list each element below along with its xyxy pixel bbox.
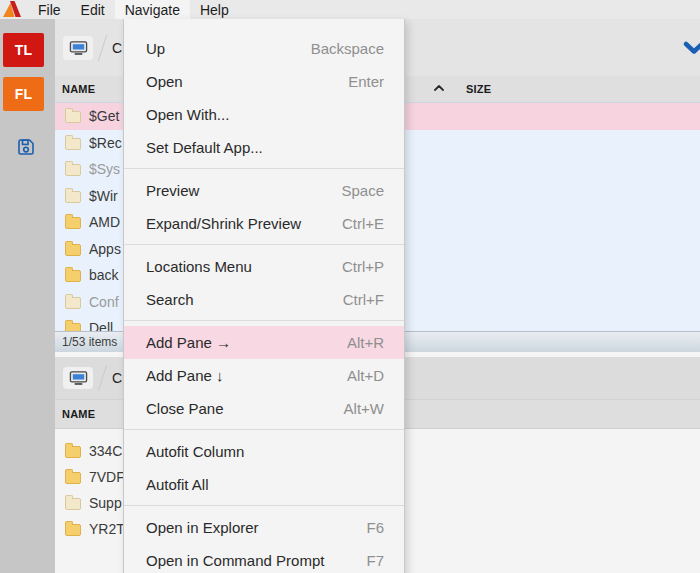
menu-item-shortcut: Ctrl+P — [342, 258, 384, 275]
menu-item-search[interactable]: Search Ctrl+F — [124, 283, 404, 316]
menu-item-label: Open in Explorer — [146, 519, 259, 536]
file-name: YR2T — [89, 521, 125, 537]
menu-item-label: Open With... — [146, 106, 229, 123]
menu-item-shortcut: Enter — [348, 73, 384, 90]
menu-item-close-pane[interactable]: Close Pane Alt+W — [124, 392, 404, 425]
sidebar-tab-fl[interactable]: FL — [3, 77, 44, 111]
menu-separator — [124, 429, 404, 430]
menu-item-shortcut: Alt+W — [344, 400, 384, 417]
file-name: Supp — [89, 495, 122, 511]
navigate-menu-dropdown: Up Backspace Open Enter Open With... Set… — [123, 19, 405, 573]
menu-item-shortcut: Ctrl+F — [343, 291, 384, 308]
menu-item-shortcut: Alt+D — [347, 367, 384, 384]
folder-icon — [65, 472, 81, 484]
breadcrumb-divider — [98, 365, 107, 391]
folder-icon — [65, 244, 81, 256]
breadcrumb-divider — [98, 35, 107, 61]
menu-separator — [124, 168, 404, 169]
menu-item-label: Up — [146, 40, 165, 57]
menu-item-open-in-explorer[interactable]: Open in Explorer F6 — [124, 511, 404, 544]
menu-item-up[interactable]: Up Backspace — [124, 32, 404, 65]
menu-item-label: Open in Command Prompt — [146, 552, 324, 569]
menu-item-preview[interactable]: Preview Space — [124, 174, 404, 207]
menu-item-add-pane-down[interactable]: Add Pane ↓ Alt+D — [124, 359, 404, 392]
menu-item-label: Search — [146, 291, 194, 308]
file-name: back — [89, 267, 119, 283]
folder-icon — [65, 111, 81, 123]
sidebar-tab-tl[interactable]: TL — [3, 33, 44, 67]
menubar-item-navigate[interactable]: Navigate — [115, 0, 190, 19]
menu-item-open[interactable]: Open Enter — [124, 65, 404, 98]
folder-icon — [65, 164, 81, 176]
computer-icon[interactable] — [63, 367, 93, 389]
sort-ascending-icon[interactable] — [433, 84, 445, 92]
file-name: $Get — [89, 108, 119, 124]
chevron-down-icon[interactable] — [682, 40, 700, 55]
menu-item-label: Preview — [146, 182, 199, 199]
file-name: 334C — [89, 443, 122, 459]
save-icon[interactable] — [16, 137, 36, 157]
menu-item-label: Autofit All — [146, 476, 209, 493]
computer-icon[interactable] — [63, 36, 93, 60]
column-header-name[interactable]: NAME — [55, 83, 95, 95]
menu-separator — [124, 244, 404, 245]
menubar-item-help[interactable]: Help — [190, 0, 239, 19]
menu-item-shortcut: Backspace — [311, 40, 384, 57]
column-header-name[interactable]: NAME — [55, 408, 95, 420]
sidebar: TL FL — [0, 19, 55, 573]
file-name: Apps — [89, 241, 121, 257]
menu-item-shortcut: Space — [341, 182, 384, 199]
menu-item-autofit-all[interactable]: Autofit All — [124, 468, 404, 501]
file-name: Conf — [89, 294, 119, 310]
menu-separator — [124, 505, 404, 506]
menu-item-open-with[interactable]: Open With... — [124, 98, 404, 131]
menu-item-shortcut: F6 — [366, 519, 384, 536]
folder-icon — [65, 270, 81, 282]
menu-item-add-pane-right[interactable]: Add Pane → Alt+R — [124, 326, 404, 359]
file-name: 7VDF — [89, 469, 125, 485]
menu-bar: File Edit Navigate Help — [0, 0, 700, 19]
menu-item-autofit-column[interactable]: Autofit Column — [124, 435, 404, 468]
menu-item-shortcut: F7 — [366, 552, 384, 569]
menu-item-label: Open — [146, 73, 183, 90]
menu-item-label: Autofit Column — [146, 443, 244, 460]
folder-icon — [65, 191, 81, 203]
folder-icon — [65, 498, 81, 510]
menu-item-locations-menu[interactable]: Locations Menu Ctrl+P — [124, 250, 404, 283]
menu-item-label: Locations Menu — [146, 258, 252, 275]
file-name: AMD — [89, 214, 120, 230]
folder-icon — [65, 297, 81, 309]
menu-item-set-default-app[interactable]: Set Default App... — [124, 131, 404, 164]
menu-item-shortcut: Ctrl+E — [342, 215, 384, 232]
menu-separator — [124, 320, 404, 321]
menu-item-label: Expand/Shrink Preview — [146, 215, 301, 232]
folder-icon — [65, 524, 81, 536]
file-name: $Sys — [89, 161, 120, 177]
file-name: $Wir — [89, 188, 118, 204]
folder-icon — [65, 217, 81, 229]
menu-item-label: Close Pane — [146, 400, 224, 417]
folder-icon — [65, 138, 81, 150]
menu-item-label: Add Pane ↓ — [146, 367, 224, 384]
menu-item-label: Set Default App... — [146, 139, 263, 156]
menu-item-shortcut: Alt+R — [347, 334, 384, 351]
menubar-item-file[interactable]: File — [28, 0, 71, 19]
item-count: 1/53 items — [62, 335, 117, 349]
menu-item-expand-shrink-preview[interactable]: Expand/Shrink Preview Ctrl+E — [124, 207, 404, 240]
menu-item-label: Add Pane → — [146, 334, 231, 351]
folder-icon — [65, 446, 81, 458]
column-header-size[interactable]: SIZE — [466, 83, 491, 95]
app-logo-icon — [0, 0, 28, 19]
menu-item-open-in-command-prompt[interactable]: Open in Command Prompt F7 — [124, 544, 404, 573]
file-name: $Rec — [89, 135, 122, 151]
menubar-item-edit[interactable]: Edit — [71, 0, 115, 19]
